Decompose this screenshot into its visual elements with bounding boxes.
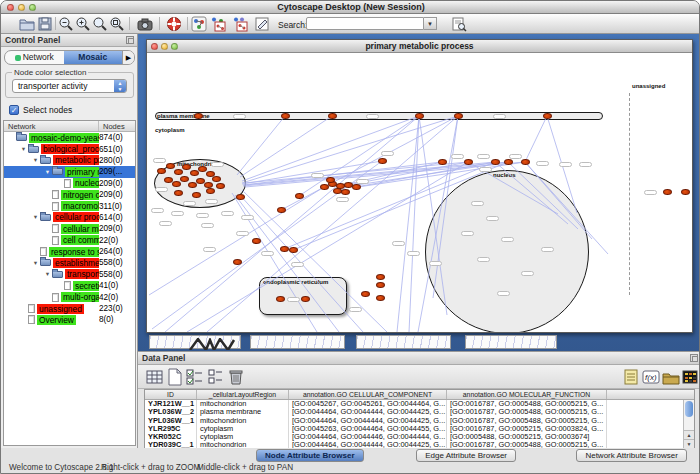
network-node[interactable] bbox=[233, 259, 242, 265]
network-node[interactable] bbox=[188, 182, 197, 188]
float-panel-icon[interactable] bbox=[126, 36, 134, 44]
unselect-attributes-button[interactable] bbox=[207, 368, 225, 386]
tree-item[interactable]: ▼primary metabolic209(... bbox=[4, 166, 135, 177]
destroy-view-button[interactable] bbox=[232, 16, 248, 32]
advanced-search-button[interactable] bbox=[451, 16, 467, 32]
network-node[interactable] bbox=[295, 193, 304, 199]
column-header[interactable]: ID bbox=[145, 390, 197, 399]
snapshot-button[interactable] bbox=[137, 16, 153, 32]
network-node[interactable] bbox=[198, 166, 207, 172]
network-node[interactable] bbox=[326, 177, 335, 183]
tab-mosaic[interactable]: Mosaic bbox=[64, 51, 123, 64]
function-builder-button[interactable]: f(x) bbox=[642, 368, 660, 386]
tree-item[interactable]: macromolecule311(0) bbox=[4, 200, 135, 211]
minimized-window-thumbnail[interactable] bbox=[356, 335, 451, 349]
network-node[interactable] bbox=[180, 176, 189, 182]
expand-arrow-icon[interactable]: ▼ bbox=[31, 214, 40, 220]
network-node[interactable] bbox=[174, 169, 183, 175]
network-node[interactable] bbox=[277, 207, 286, 213]
network-node[interactable] bbox=[280, 246, 289, 252]
expand-arrow-icon[interactable]: ▼ bbox=[43, 169, 52, 175]
import-attributes-button[interactable] bbox=[662, 368, 680, 386]
expand-arrow-icon[interactable]: ▼ bbox=[31, 157, 40, 163]
zoom-selected-button[interactable] bbox=[109, 16, 125, 32]
table-row[interactable]: YJR121W__1mitochondrion[GO:0045267, GO:0… bbox=[145, 400, 694, 408]
tree-item[interactable]: ▼transport558(0) bbox=[4, 269, 135, 280]
column-header[interactable]: annotation.GO MOLECULAR_FUNCTION bbox=[447, 390, 607, 399]
network-view-titlebar[interactable]: primary metabolic process bbox=[147, 40, 692, 53]
annotation-button[interactable] bbox=[254, 16, 270, 32]
network-node[interactable] bbox=[174, 190, 183, 196]
network-node[interactable] bbox=[543, 113, 552, 119]
new-attribute-button[interactable] bbox=[166, 368, 184, 386]
network-node[interactable] bbox=[289, 247, 298, 253]
tree-item[interactable]: mosaic-demo-yeast874(0) bbox=[4, 132, 135, 143]
network-node[interactable] bbox=[157, 168, 166, 174]
network-node[interactable] bbox=[192, 192, 201, 198]
network-node[interactable] bbox=[663, 189, 672, 195]
table-row[interactable]: YPL036W__1mitochondrion[GO:0044464, GO:0… bbox=[145, 417, 694, 425]
network-node[interactable] bbox=[182, 164, 191, 170]
tree-item[interactable]: cellular metabol209(0) bbox=[4, 223, 135, 234]
select-attributes-button[interactable] bbox=[186, 368, 204, 386]
network-node[interactable] bbox=[415, 113, 424, 119]
column-network[interactable]: Network bbox=[4, 121, 99, 131]
tree-item[interactable]: cell communicat22(0) bbox=[4, 235, 135, 246]
network-node[interactable] bbox=[281, 113, 290, 119]
zoom-fit-button[interactable] bbox=[92, 16, 108, 32]
node-color-dropdown[interactable]: transporter activity ▲▼ bbox=[12, 79, 127, 93]
network-node[interactable] bbox=[172, 181, 181, 187]
network-node[interactable] bbox=[206, 188, 215, 194]
network-node[interactable] bbox=[236, 194, 245, 200]
tree-item[interactable]: unassigned223(0) bbox=[4, 303, 135, 314]
network-node[interactable] bbox=[276, 296, 285, 302]
network-node[interactable] bbox=[252, 238, 261, 244]
table-row[interactable]: YPL036W__2plasma membrane[GO:0044464, GO… bbox=[145, 408, 694, 416]
table-row[interactable]: YLR295Ccytoplasm[GO:0045263, GO:0044464,… bbox=[145, 425, 694, 433]
search-input[interactable] bbox=[306, 17, 424, 30]
network-node[interactable] bbox=[376, 282, 385, 288]
scroll-down-arrow[interactable]: ▼ bbox=[684, 439, 694, 448]
tab-network-attribute-browser[interactable]: Network Attribute Browser bbox=[576, 449, 686, 462]
network-node[interactable] bbox=[352, 184, 361, 190]
minimized-window-thumbnail[interactable] bbox=[149, 335, 241, 349]
tree-item[interactable]: ▼cellular process614(0) bbox=[4, 212, 135, 223]
help-button[interactable] bbox=[166, 16, 182, 32]
column-header[interactable]: _cellularLayoutRegion bbox=[197, 390, 289, 399]
expand-arrow-icon[interactable]: ▼ bbox=[19, 146, 28, 152]
show-graphics-details-button[interactable] bbox=[191, 16, 207, 32]
network-node[interactable] bbox=[376, 295, 385, 301]
expand-arrow-icon[interactable]: ▼ bbox=[43, 271, 52, 277]
network-node[interactable] bbox=[376, 274, 385, 280]
tab-node-attribute-browser[interactable]: Node Attribute Browser bbox=[256, 449, 364, 462]
tab-edge-attribute-browser[interactable]: Edge Attribute Browser bbox=[416, 449, 516, 462]
minimized-window-thumbnail[interactable] bbox=[465, 335, 557, 349]
select-nodes-checkbox[interactable]: ✓ bbox=[9, 105, 19, 115]
notes-button[interactable] bbox=[622, 368, 640, 386]
table-scrollbar[interactable]: ▲ ▼ bbox=[683, 400, 694, 448]
tree-item[interactable]: nitrogen compou209(0) bbox=[4, 189, 135, 200]
network-node[interactable] bbox=[194, 113, 203, 119]
network-node[interactable] bbox=[521, 159, 530, 165]
network-node[interactable] bbox=[212, 176, 221, 182]
network-view-frame[interactable]: primary metabolic process plasma membran… bbox=[146, 39, 693, 333]
column-nodes[interactable]: Nodes bbox=[99, 121, 135, 131]
tree-item[interactable]: multi-organism pro42(0) bbox=[4, 291, 135, 302]
network-node[interactable] bbox=[438, 159, 447, 165]
network-node[interactable] bbox=[190, 170, 199, 176]
save-session-button[interactable] bbox=[37, 16, 53, 32]
tree-item[interactable]: nucleobase-cont209(0) bbox=[4, 178, 135, 189]
tree-item[interactable]: response to stimulu264(0) bbox=[4, 246, 135, 257]
network-node[interactable] bbox=[166, 163, 175, 169]
network-node[interactable] bbox=[464, 159, 473, 165]
zoom-in-button[interactable] bbox=[75, 16, 91, 32]
minimized-window-thumbnail[interactable] bbox=[250, 335, 345, 349]
tab-overflow-arrow[interactable]: ▶ bbox=[122, 51, 134, 64]
window-titlebar[interactable]: Cytoscape Desktop (New Session) bbox=[1, 1, 700, 14]
tree-item[interactable]: ▼biological_process651(0) bbox=[4, 143, 135, 154]
scroll-up-arrow[interactable]: ▲ bbox=[684, 430, 694, 439]
tree-item[interactable]: secretion41(0) bbox=[4, 280, 135, 291]
tree-item[interactable]: ▼establishment of lo558(0) bbox=[4, 257, 135, 268]
float-panel-icon[interactable] bbox=[690, 354, 698, 362]
expand-arrow-icon[interactable]: ▼ bbox=[31, 260, 40, 266]
